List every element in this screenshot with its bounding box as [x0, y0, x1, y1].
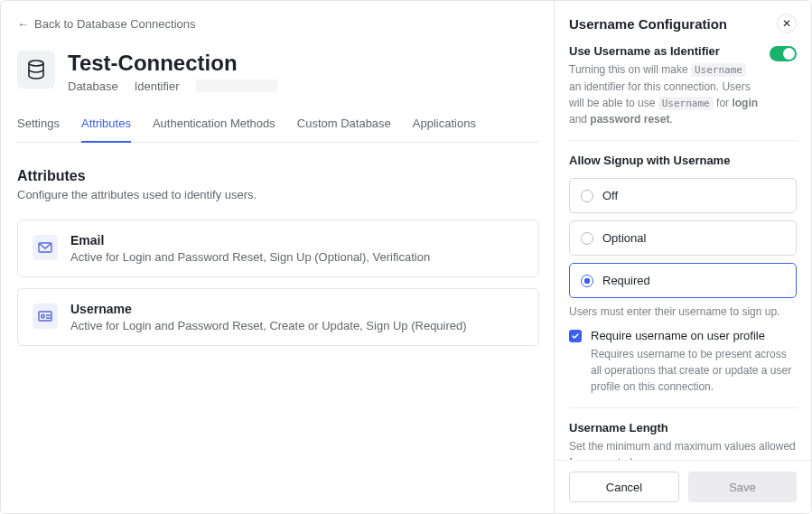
attribute-row-email[interactable]: EmailActive for Login and Password Reset… — [17, 220, 539, 277]
attribute-sub: Active for Login and Password Reset, Sig… — [70, 250, 430, 264]
signup-option-required[interactable]: Required — [569, 263, 797, 298]
attribute-name: Username — [70, 302, 467, 316]
section-subtitle: Configure the attributes used to identif… — [17, 188, 539, 201]
meta-identifier-label: Identifier — [135, 79, 180, 93]
require-profile-label: Require username on user profile — [591, 329, 797, 342]
radio-label: Off — [602, 189, 618, 202]
radio-icon — [581, 190, 593, 202]
attribute-sub: Active for Login and Password Reset, Cre… — [70, 319, 467, 332]
attribute-row-username[interactable]: UsernameActive for Login and Password Re… — [17, 288, 539, 346]
arrow-left-icon: ← — [17, 17, 29, 31]
radio-icon — [581, 232, 593, 245]
check-icon — [571, 332, 580, 341]
length-desc: Set the minimum and maximum values allow… — [569, 438, 797, 460]
tab-custom-database[interactable]: Custom Database — [297, 117, 391, 142]
use-username-toggle[interactable] — [770, 46, 797, 61]
signup-option-optional[interactable]: Optional — [569, 220, 797, 256]
allow-signup-title: Allow Signup with Username — [569, 154, 797, 167]
close-button[interactable]: ✕ — [777, 14, 797, 33]
tab-settings[interactable]: Settings — [17, 117, 60, 142]
email-icon — [33, 235, 58, 260]
database-icon — [17, 51, 55, 89]
signup-hint: Users must enter their username to sign … — [569, 305, 797, 318]
page-title: Test-Connection — [68, 51, 277, 76]
cancel-button[interactable]: Cancel — [569, 472, 679, 502]
use-username-desc: Turning this on will make Username an id… — [569, 61, 761, 127]
require-profile-desc: Requires username to be present across a… — [591, 346, 797, 395]
length-title: Username Length — [569, 421, 797, 435]
back-label: Back to Database Connections — [34, 17, 196, 31]
close-icon: ✕ — [782, 17, 791, 30]
radio-label: Required — [602, 274, 650, 287]
tabs: SettingsAttributesAuthentication Methods… — [17, 117, 539, 143]
back-link[interactable]: ← Back to Database Connections — [17, 17, 539, 31]
meta-type: Database — [68, 79, 118, 93]
radio-label: Optional — [602, 231, 646, 245]
panel-title: Username Configuration — [569, 16, 727, 32]
section-title: Attributes — [17, 168, 539, 184]
identifier-value — [196, 79, 277, 92]
signup-option-off[interactable]: Off — [569, 178, 797, 213]
attribute-name: Email — [70, 233, 430, 248]
tab-applications[interactable]: Applications — [413, 117, 476, 142]
side-panel: Username Configuration ✕ Use Username as… — [554, 1, 811, 513]
radio-icon — [581, 275, 593, 287]
tab-authentication-methods[interactable]: Authentication Methods — [153, 117, 275, 142]
svg-point-0 — [29, 61, 43, 66]
tab-attributes[interactable]: Attributes — [81, 117, 131, 143]
svg-point-3 — [42, 314, 45, 318]
save-button[interactable]: Save — [688, 472, 797, 502]
id-card-icon — [33, 304, 58, 329]
require-profile-checkbox[interactable] — [569, 330, 582, 342]
use-username-title: Use Username as Identifier — [569, 44, 761, 58]
